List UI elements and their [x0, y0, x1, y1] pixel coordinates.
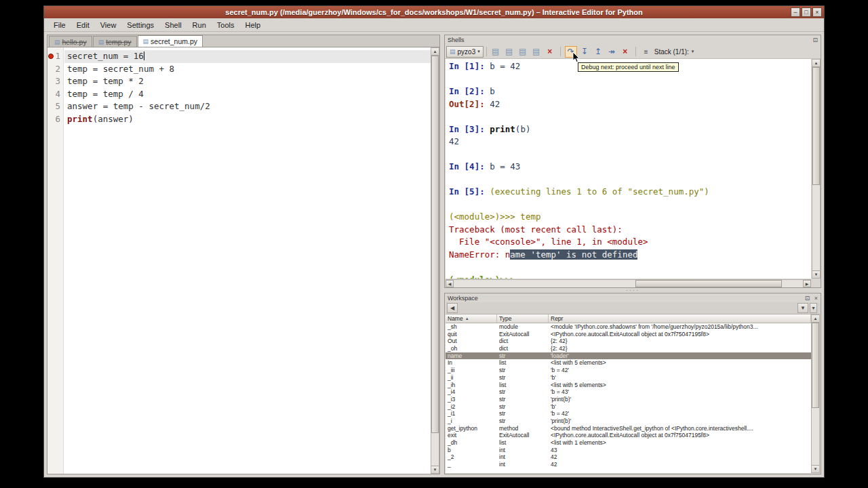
column-header-repr[interactable]: Repr — [549, 314, 811, 323]
debug-return-icon[interactable]: ↥ — [592, 46, 604, 58]
workspace-row[interactable]: _i1str'b = 42' — [446, 410, 811, 418]
toolbar-separator — [635, 47, 636, 56]
workspace-cell-repr: 'b = 42' — [549, 367, 811, 374]
workspace-cell-repr: 42 — [549, 461, 811, 468]
file-icon: ▤ — [54, 39, 60, 45]
new-shell-icon[interactable]: ▤ — [503, 46, 515, 58]
column-header-name[interactable]: Name ▲ — [446, 314, 497, 323]
scrollbar-track[interactable] — [431, 56, 439, 466]
line-number[interactable]: 6 — [47, 113, 63, 126]
close-panel-icon[interactable]: × — [814, 295, 818, 302]
workspace-row[interactable]: namestr'loader' — [446, 352, 811, 360]
scroll-up-icon[interactable]: ▲ — [812, 60, 820, 67]
workspace-cell-type: list — [497, 359, 549, 367]
scrollbar-thumb[interactable] — [635, 280, 782, 287]
debug-stop-icon[interactable]: × — [619, 46, 631, 58]
workspace-cell-type: int — [497, 453, 549, 461]
workspace-row[interactable]: _ohdict{2: 42} — [446, 345, 811, 352]
menu-item-view[interactable]: View — [95, 20, 122, 30]
workspace-row[interactable]: Outdict{2: 42} — [446, 338, 811, 345]
menu-item-tools[interactable]: Tools — [212, 20, 240, 30]
titlebar[interactable]: secret_num.py (/media/guerzhoy/Windows/c… — [44, 6, 824, 18]
workspace-row[interactable]: bint43 — [446, 447, 811, 454]
shell-tab-button[interactable]: ▤ pyzo3 ▾ — [446, 46, 484, 58]
workspace-row[interactable]: _iistr'b' — [446, 374, 811, 382]
editor-tab-hello.py[interactable]: ▤hello.py — [49, 36, 92, 47]
menu-item-shell[interactable]: Shell — [159, 20, 186, 30]
console-line: Out[2]: 42 — [449, 98, 811, 111]
console-text: In [2]: — [449, 86, 490, 96]
edit-shell-config-icon[interactable]: ▤ — [490, 46, 502, 58]
scroll-down-icon[interactable]: ▼ — [431, 466, 439, 473]
close-button[interactable]: × — [812, 7, 822, 17]
workspace-row[interactable]: get_ipythonmethod<bound method Interacti… — [446, 425, 811, 432]
terminate-shell-icon[interactable]: × — [544, 46, 556, 58]
workspace-scrollbar[interactable]: ▲ ▼ — [811, 314, 820, 473]
scroll-up-icon[interactable]: ▲ — [431, 48, 439, 56]
scroll-up-icon[interactable]: ▲ — [812, 315, 819, 323]
shell-scrollbar[interactable]: ▲ ▼ — [812, 59, 821, 279]
workspace-row[interactable]: exitExitAutocall<IPython.core.autocall.E… — [446, 432, 811, 439]
workspace-row[interactable]: _istr'print(b)' — [446, 418, 811, 425]
menu-item-help[interactable]: Help — [239, 20, 266, 30]
menu-item-settings[interactable]: Settings — [121, 20, 159, 30]
workspace-row[interactable]: _int42 — [446, 461, 811, 468]
workspace-row[interactable]: _2int42 — [446, 453, 811, 461]
console-text: In [1]: — [449, 61, 490, 71]
scroll-right-icon[interactable]: ▶ — [803, 280, 811, 287]
scrollbar-track[interactable] — [812, 67, 820, 270]
workspace-row[interactable]: quitExitAutocall<IPython.core.autocall.E… — [446, 331, 811, 338]
workspace-row[interactable]: _i3str'print(b)' — [446, 396, 811, 403]
editor[interactable]: 123456 secret_num = 16temp = secret_num … — [47, 47, 431, 474]
workspace-row[interactable]: _ihlist<list with 5 elements> — [446, 382, 811, 389]
shell-console[interactable]: In [1]: b = 42 In [2]: bOut[2]: 42 In [3… — [446, 59, 811, 279]
menu-item-run[interactable]: Run — [187, 20, 212, 30]
line-number[interactable]: 5 — [47, 100, 63, 113]
breakpoint-dot[interactable] — [48, 54, 54, 59]
code-text: temp = temp * 2 — [67, 76, 144, 86]
scrollbar-thumb[interactable] — [431, 56, 439, 433]
dock-panel-icon[interactable]: ⊡ — [812, 37, 818, 43]
editor-scrollbar[interactable]: ▲ ▼ — [431, 47, 439, 474]
workspace-row[interactable]: _i4str'b = 43' — [446, 388, 811, 396]
filter-funnel-icon[interactable]: ▼ — [797, 303, 808, 313]
line-number[interactable]: 1 — [47, 50, 63, 63]
menu-bar: FileEditViewSettingsShellRunToolsHelp — [44, 18, 824, 32]
debug-continue-icon[interactable]: ↠ — [606, 46, 618, 58]
panel-splitter[interactable]: ···· — [444, 288, 821, 293]
column-header-type[interactable]: Type — [497, 314, 549, 323]
workspace-cell-name: _i2 — [446, 403, 497, 411]
editor-code-area[interactable]: secret_num = 16temp = secret_num + 8temp… — [64, 47, 431, 474]
menu-item-file[interactable]: File — [48, 20, 71, 30]
back-button[interactable]: ◀ — [447, 303, 458, 313]
console-text: Out[2]: — [449, 99, 490, 109]
scrollbar-thumb[interactable] — [812, 323, 819, 408]
workspace-row[interactable]: _shmodule<module 'IPython.core.shadowns'… — [446, 323, 811, 331]
editor-tab-temp.py[interactable]: ▤temp.py — [93, 36, 137, 47]
video-frame: secret_num.py (/media/guerzhoy/Windows/c… — [0, 0, 868, 488]
clear-screen-icon[interactable]: ▤ — [517, 46, 529, 58]
restart-shell-icon[interactable]: ▤ — [530, 46, 542, 58]
workspace-row[interactable]: _dhlist<list with 1 elements> — [446, 439, 811, 447]
scrollbar-thumb[interactable] — [812, 67, 820, 185]
stack-dropdown-icon[interactable]: ▾ — [692, 49, 694, 54]
workspace-cell-repr: 43 — [549, 447, 811, 454]
scroll-down-icon[interactable]: ▼ — [812, 270, 820, 278]
editor-tab-secret_num.py[interactable]: ▤secret_num.py — [138, 35, 203, 47]
splitter-grip-icon: ···· — [626, 289, 639, 291]
scroll-left-icon[interactable]: ◀ — [446, 280, 454, 287]
stack-list-icon[interactable]: ≡ — [640, 46, 652, 58]
line-number[interactable]: 3 — [47, 75, 63, 88]
maximize-button[interactable]: □ — [802, 7, 811, 17]
filter-dropdown-icon[interactable]: ▾ — [810, 303, 817, 313]
scrollbar-track[interactable] — [812, 323, 819, 465]
scroll-down-icon[interactable]: ▼ — [812, 465, 819, 472]
line-number[interactable]: 4 — [47, 88, 63, 101]
workspace-row[interactable]: _iiistr'b = 42' — [446, 367, 811, 374]
float-panel-icon[interactable]: ⊡ — [805, 295, 810, 302]
line-number[interactable]: 2 — [47, 63, 63, 76]
workspace-row[interactable]: _i2str'b' — [446, 403, 811, 411]
workspace-row[interactable]: Inlist<list with 5 elements> — [446, 359, 811, 367]
menu-item-edit[interactable]: Edit — [71, 20, 95, 30]
minimize-button[interactable]: – — [791, 7, 800, 17]
